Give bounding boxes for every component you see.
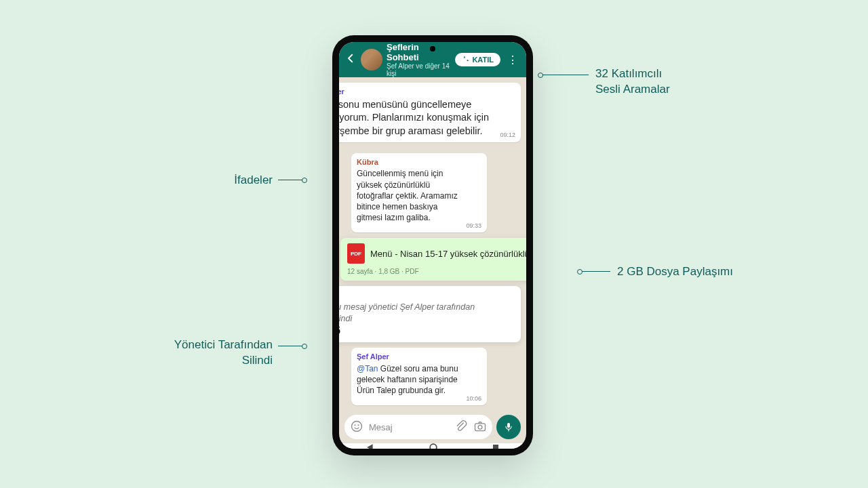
file-meta: 12 sayfa · 1,8 GB · PDF: [347, 268, 419, 277]
nav-home-icon[interactable]: [429, 443, 437, 449]
chat-area: Şef Alper Hafta sonu menüsünü güncelleme…: [339, 77, 526, 411]
message-input-bar: Mesaj: [339, 411, 526, 443]
leader-voice-calls: [542, 75, 589, 75]
pdf-icon: PDF: [347, 243, 365, 264]
app-screen: Şeflerin Sohbeti Şef Alper ve diğer 14 k…: [339, 42, 526, 449]
file-name: Menü - Nisan 15-17 yüksek çözünürlüklü: [370, 249, 526, 259]
message-text: @Tan Güzel soru ama bunu gelecek haftanı…: [357, 363, 481, 402]
camera-icon[interactable]: [473, 420, 487, 435]
annotation-reactions: İfadeler: [234, 173, 273, 188]
attach-icon[interactable]: [454, 420, 468, 435]
input-placeholder: Mesaj: [369, 422, 449, 432]
svg-point-4: [478, 425, 482, 429]
leader-admin-deleted: [278, 346, 302, 346]
mention[interactable]: @Tan: [357, 364, 378, 373]
annotation-file-sharing: 2 GB Dosya Paylaşımı: [617, 264, 733, 280]
leader-file-sharing: [582, 271, 610, 272]
leader-reactions: [278, 180, 302, 180]
mic-button[interactable]: [496, 415, 521, 439]
more-options-button[interactable]: ⋮: [505, 54, 521, 66]
message-sender: Şef Alper: [339, 87, 515, 97]
message-bubble[interactable]: Şef Alper @Tan Güzel soru ama bunu gelec…: [351, 348, 487, 405]
header-titles[interactable]: Şeflerin Sohbeti Şef Alper ve diğer 14 k…: [387, 42, 451, 77]
nav-recent-icon[interactable]: [492, 444, 499, 449]
phone-icon: [462, 56, 469, 64]
message-time: 10:06: [466, 394, 481, 403]
message-text: Güncellenmiş menü için yüksek çözünürlük…: [357, 168, 481, 228]
svg-rect-3: [475, 424, 486, 431]
svg-point-6: [430, 445, 437, 449]
group-avatar[interactable]: [361, 49, 382, 70]
message-sender: Kübra: [357, 157, 481, 167]
svg-point-0: [352, 421, 362, 431]
android-nav-bar: [339, 443, 526, 449]
message-bubble[interactable]: Şef Alper Hafta sonu menüsünü güncelleme…: [339, 83, 521, 142]
back-button[interactable]: [344, 52, 357, 68]
file-attachment-bubble[interactable]: PDF Menü - Nisan 15-17 yüksek çözünürlük…: [340, 238, 526, 281]
svg-rect-7: [493, 445, 498, 449]
svg-rect-5: [507, 423, 510, 428]
annotation-voice-calls: 32 Katılımcılı Sesli Aramalar: [595, 66, 670, 98]
svg-point-2: [358, 424, 359, 426]
nav-back-icon[interactable]: [366, 443, 374, 449]
message-input[interactable]: Mesaj: [344, 415, 492, 439]
phone-mockup: Şeflerin Sohbeti Şef Alper ve diğer 14 k…: [332, 35, 533, 455]
message-sender: Tan: [339, 291, 514, 300]
message-time: 09:33: [466, 222, 481, 230]
mic-icon: [503, 422, 514, 432]
message-text: Hafta sonu menüsünü güncellemeye uğraşıy…: [339, 98, 515, 138]
message-time: 10:06: [339, 325, 514, 337]
deleted-text: Bu mesaj yönetici Şef Alper tarafından s…: [339, 302, 514, 325]
annotation-admin-deleted: Yönetici Tarafından Silindi: [174, 338, 273, 369]
deleted-message-bubble[interactable]: Tan Bu mesaj yönetici Şef Alper tarafınd…: [339, 286, 521, 342]
chat-title: Şeflerin Sohbeti: [387, 42, 451, 62]
emoji-icon[interactable]: [350, 420, 363, 435]
svg-point-1: [355, 424, 356, 426]
message-bubble[interactable]: Kübra Güncellenmiş menü için yüksek çözü…: [351, 153, 487, 233]
message-sender: Şef Alper: [357, 352, 481, 362]
chat-subtitle: Şef Alper ve diğer 14 kişi: [387, 62, 451, 77]
join-call-button[interactable]: KATIL: [455, 53, 500, 66]
front-camera: [430, 46, 435, 52]
message-time: 09:12: [500, 131, 515, 139]
join-label: KATIL: [472, 56, 494, 64]
